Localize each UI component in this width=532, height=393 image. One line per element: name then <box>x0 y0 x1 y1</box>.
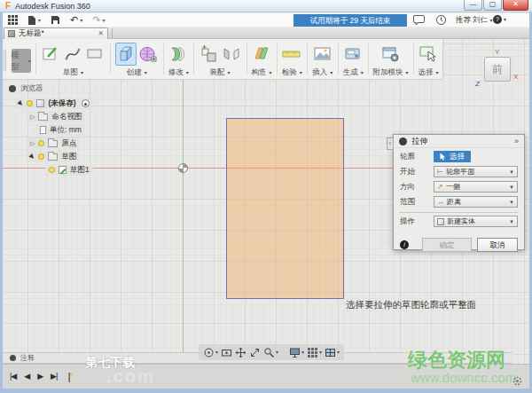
ribbon-group-modify: 修改▾ <box>164 39 192 79</box>
cancel-button[interactable]: 取消 <box>477 238 518 252</box>
job-status-button[interactable] <box>436 15 446 25</box>
help-menu-button[interactable]: ? ▾ <box>493 15 506 24</box>
create-sketch-button[interactable] <box>40 43 61 66</box>
select-button[interactable] <box>418 43 439 66</box>
ribbon-group-menu[interactable]: 检验▾ <box>282 67 302 78</box>
insert-image-button[interactable] <box>312 43 333 66</box>
gear-icon[interactable] <box>512 374 523 390</box>
ribbon-group-menu[interactable]: 创建▾ <box>127 67 147 78</box>
direction-dropdown[interactable]: ↗ 一侧 ▼ <box>434 181 518 193</box>
measure-button[interactable] <box>281 43 302 66</box>
new-component-button[interactable] <box>199 43 220 66</box>
minimize-button[interactable]: — <box>464 0 482 11</box>
dropdown-caret-icon: ▾ <box>504 17 506 22</box>
tree-row-named-views[interactable]: ▷ 命名视图 <box>4 111 138 122</box>
info-icon[interactable]: i <box>400 240 409 249</box>
look-at-button[interactable] <box>221 347 232 358</box>
spline-button[interactable] <box>62 43 83 66</box>
view-cube-front-face[interactable]: 前 <box>484 57 511 82</box>
visibility-bulb-icon[interactable] <box>49 167 55 173</box>
tree-row-origin[interactable]: ▷ 原点 <box>4 138 138 149</box>
pan-button[interactable] <box>235 347 246 358</box>
dialog-collapse-handle[interactable]: ‹ <box>387 138 394 150</box>
construct-plane-button[interactable] <box>251 43 272 66</box>
grid-snaps-button[interactable]: ▾ <box>307 347 322 358</box>
document-tab[interactable]: 无标题* ✕ <box>4 28 108 39</box>
tree-row-sketch1[interactable]: 草图1 <box>4 164 138 176</box>
start-dropdown[interactable]: ⊢ 轮廓平面 ▼ <box>434 166 518 177</box>
toolbar-grip[interactable] <box>4 50 6 71</box>
extent-dropdown[interactable]: ↔ 距离 ▼ <box>434 196 518 208</box>
zoom-button[interactable] <box>249 347 261 358</box>
redo-button[interactable]: ↷ ▾ <box>92 15 105 25</box>
display-settings-button[interactable]: ▾ <box>289 347 304 358</box>
extrude-dialog: ‹ 拉伸 » 轮廓 选择 开始 ⊢ 轮廓平面 ▼ 方向 ↗ 一侧 <box>393 134 525 250</box>
trial-countdown-button[interactable]: 试用期将于 29 天后结束 <box>293 14 407 27</box>
browser-title: 浏览器 <box>20 83 43 94</box>
orbit-button[interactable]: ▾ <box>203 347 218 358</box>
origin-point-marker[interactable] <box>178 163 188 173</box>
visibility-bulb-icon[interactable] <box>38 153 44 160</box>
tree-row-sketches[interactable]: ▶ 草图 <box>4 151 138 162</box>
comment-bubble-icon <box>413 15 425 26</box>
folder-icon <box>38 114 48 121</box>
tree-row-root[interactable]: ▶ (未保存) <box>4 98 138 109</box>
timeline-end-button[interactable]: ▶| <box>51 373 57 381</box>
undo-button[interactable]: ↶ ▾ <box>70 15 82 25</box>
dropdown-caret-icon: ▾ <box>38 18 41 23</box>
press-pull-button[interactable] <box>168 43 189 66</box>
expanded-triangle-icon[interactable]: ▶ <box>28 153 36 161</box>
fit-button[interactable]: ▾ <box>263 347 278 358</box>
ribbon-group-menu[interactable]: 装配▾ <box>210 67 231 78</box>
feedback-button[interactable] <box>413 15 425 26</box>
joint-button[interactable] <box>221 43 242 66</box>
timeline-marker-icon[interactable] <box>65 371 74 383</box>
operation-dropdown[interactable]: 新建实体 ▼ <box>434 216 518 227</box>
collapsed-triangle-icon[interactable]: ▷ <box>30 114 35 120</box>
browser-header[interactable]: 浏览器 <box>4 82 138 96</box>
group-label: 修改 <box>168 67 184 78</box>
save-button[interactable] <box>51 15 60 25</box>
visibility-bulb-icon[interactable] <box>38 140 44 146</box>
field-label: 方向 <box>400 182 434 193</box>
workspace-selector[interactable]: 模型 ▾ <box>12 49 31 73</box>
file-menu-button[interactable]: ▾ <box>27 15 41 26</box>
user-account-menu[interactable]: 推荐 刘仁 ▾ <box>456 15 492 26</box>
tree-row-units[interactable]: 单位: mm <box>4 124 138 136</box>
group-label: 检验 <box>282 67 297 78</box>
visibility-bulb-icon[interactable] <box>27 100 33 106</box>
ribbon-group-menu[interactable]: 生成▾ <box>343 67 364 78</box>
collapsed-triangle-icon[interactable]: ▷ <box>30 140 35 146</box>
view-cube[interactable]: Y 前 X Z <box>475 50 523 90</box>
ok-button[interactable]: 确定 <box>422 238 472 252</box>
ribbon-group-menu[interactable]: 插入▾ <box>312 67 332 78</box>
field-direction: 方向 ↗ 一侧 ▼ <box>394 180 524 193</box>
ribbon-group-inspect: 检验▾ <box>278 39 306 79</box>
rectangle-tool-button[interactable] <box>84 43 106 66</box>
viewports-button[interactable]: ▾ <box>325 347 340 358</box>
dialog-expand-icon[interactable]: » <box>514 138 519 145</box>
timeline-begin-button[interactable]: |◀ <box>10 373 16 381</box>
profile-select-button[interactable]: 选择 <box>434 151 471 162</box>
addins-button[interactable] <box>380 43 402 66</box>
ribbon-group-menu[interactable]: 草图▾ <box>63 67 83 78</box>
maximize-button[interactable]: ▢ <box>483 0 502 11</box>
comments-label: 注释 <box>20 353 35 363</box>
timeline-play-button[interactable]: ▶ <box>37 373 43 381</box>
dropdown-caret-icon: ▾ <box>301 350 304 355</box>
make-button[interactable] <box>342 43 364 66</box>
extrude-button[interactable] <box>115 43 137 66</box>
ribbon-group-menu[interactable]: 构造▾ <box>251 67 271 78</box>
close-button[interactable]: ✕ <box>503 0 528 11</box>
tab-close-icon[interactable]: ✕ <box>98 30 104 37</box>
expanded-triangle-icon[interactable]: ▶ <box>17 99 25 107</box>
ribbon-group-menu[interactable]: 附加模块▾ <box>373 67 409 78</box>
app-menu-button[interactable] <box>8 15 18 25</box>
ribbon-group-menu[interactable]: 修改▾ <box>168 67 189 78</box>
timeline-step-back-button[interactable]: ◀ <box>24 373 29 381</box>
activate-radio-icon[interactable] <box>82 99 90 107</box>
dialog-header[interactable]: 拉伸 » <box>394 135 524 148</box>
sketch-rectangle-profile[interactable] <box>226 118 344 299</box>
create-form-button[interactable] <box>137 43 159 66</box>
ribbon-group-menu[interactable]: 选择▾ <box>418 67 438 78</box>
